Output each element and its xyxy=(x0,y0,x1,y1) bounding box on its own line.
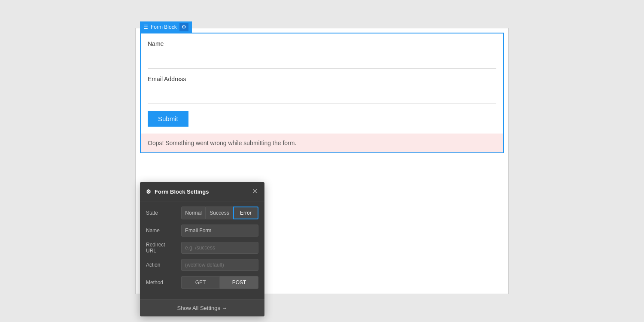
email-input[interactable] xyxy=(148,86,496,104)
name-field: Name xyxy=(148,40,496,69)
method-get-button[interactable]: GET xyxy=(181,276,220,289)
name-row: Name xyxy=(146,225,258,237)
name-setting-label: Name xyxy=(146,228,177,234)
form-block-settings-icon[interactable]: ⚙ xyxy=(179,23,188,31)
state-success-button[interactable]: Success xyxy=(206,207,233,219)
state-buttons-container: Normal Success Error xyxy=(181,207,258,219)
method-row: Method GET POST xyxy=(146,276,258,289)
name-setting-input[interactable] xyxy=(181,225,258,237)
state-normal-button[interactable]: Normal xyxy=(181,207,206,219)
submit-button[interactable]: Submit xyxy=(148,111,188,127)
state-button-group: Normal Success Error xyxy=(181,207,258,219)
email-field: Email Address xyxy=(148,76,496,104)
settings-panel: ⚙ Form Block Settings ✕ State Normal Suc… xyxy=(140,182,264,316)
method-button-group: GET POST xyxy=(181,276,258,289)
redirect-url-label: Redirect URL xyxy=(146,242,177,254)
redirect-url-row: Redirect URL xyxy=(146,242,258,254)
error-message-text: Oops! Something went wrong while submitt… xyxy=(148,140,296,146)
settings-close-button[interactable]: ✕ xyxy=(251,187,258,196)
redirect-url-input[interactable] xyxy=(181,242,258,254)
settings-gear-icon: ⚙ xyxy=(146,188,151,195)
form-block-title: Form Block xyxy=(151,24,177,30)
name-label: Name xyxy=(148,40,496,47)
state-error-button[interactable]: Error xyxy=(233,207,258,219)
settings-title: ⚙ Form Block Settings xyxy=(146,188,209,195)
email-label: Email Address xyxy=(148,76,496,82)
action-label: Action xyxy=(146,262,177,268)
form-block-label: ☰ Form Block ⚙ xyxy=(140,21,192,33)
canvas: ☰ Form Block ⚙ Name Email Address Submit… xyxy=(135,28,509,294)
method-buttons-container: GET POST xyxy=(181,276,258,289)
form-block: ☰ Form Block ⚙ Name Email Address Submit… xyxy=(140,33,504,153)
form-content: Name Email Address Submit xyxy=(141,33,503,134)
state-label: State xyxy=(146,210,177,216)
action-input-container xyxy=(181,259,258,271)
settings-header: ⚙ Form Block Settings ✕ xyxy=(140,182,264,201)
settings-body: State Normal Success Error Name Red xyxy=(140,201,264,299)
action-input[interactable] xyxy=(181,259,258,271)
method-label: Method xyxy=(146,279,177,286)
form-icon: ☰ xyxy=(143,24,148,30)
state-row: State Normal Success Error xyxy=(146,207,258,219)
error-message-bar: Oops! Something went wrong while submitt… xyxy=(141,134,503,152)
action-row: Action xyxy=(146,259,258,271)
name-input-container xyxy=(181,225,258,237)
name-input[interactable] xyxy=(148,51,496,69)
show-all-settings-button[interactable]: Show All Settings → xyxy=(140,299,264,316)
settings-title-text: Form Block Settings xyxy=(155,188,209,195)
redirect-url-input-container xyxy=(181,242,258,254)
method-post-button[interactable]: POST xyxy=(220,276,258,289)
